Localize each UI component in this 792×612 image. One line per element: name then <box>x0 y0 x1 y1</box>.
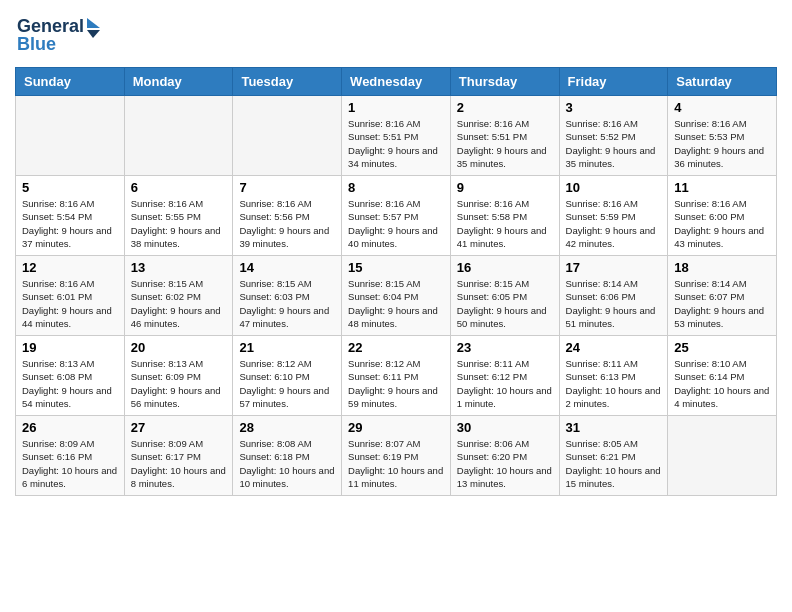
day-info: Sunrise: 8:09 AM Sunset: 6:16 PM Dayligh… <box>22 437 118 490</box>
day-info: Sunrise: 8:12 AM Sunset: 6:11 PM Dayligh… <box>348 357 444 410</box>
weekday-header-friday: Friday <box>559 68 668 96</box>
day-info: Sunrise: 8:15 AM Sunset: 6:04 PM Dayligh… <box>348 277 444 330</box>
day-number: 1 <box>348 100 444 115</box>
day-info: Sunrise: 8:10 AM Sunset: 6:14 PM Dayligh… <box>674 357 770 410</box>
calendar-cell: 3Sunrise: 8:16 AM Sunset: 5:52 PM Daylig… <box>559 96 668 176</box>
day-number: 22 <box>348 340 444 355</box>
day-number: 16 <box>457 260 553 275</box>
day-info: Sunrise: 8:16 AM Sunset: 5:57 PM Dayligh… <box>348 197 444 250</box>
calendar-table: SundayMondayTuesdayWednesdayThursdayFrid… <box>15 67 777 496</box>
day-info: Sunrise: 8:16 AM Sunset: 5:51 PM Dayligh… <box>457 117 553 170</box>
day-number: 24 <box>566 340 662 355</box>
svg-text:Blue: Blue <box>17 34 56 54</box>
calendar-cell: 28Sunrise: 8:08 AM Sunset: 6:18 PM Dayli… <box>233 416 342 496</box>
calendar-cell: 15Sunrise: 8:15 AM Sunset: 6:04 PM Dayli… <box>342 256 451 336</box>
day-number: 31 <box>566 420 662 435</box>
header: General Blue <box>15 10 777 59</box>
calendar-cell <box>668 416 777 496</box>
calendar-week-4: 19Sunrise: 8:13 AM Sunset: 6:08 PM Dayli… <box>16 336 777 416</box>
day-info: Sunrise: 8:16 AM Sunset: 5:58 PM Dayligh… <box>457 197 553 250</box>
calendar-cell: 22Sunrise: 8:12 AM Sunset: 6:11 PM Dayli… <box>342 336 451 416</box>
calendar-week-1: 1Sunrise: 8:16 AM Sunset: 5:51 PM Daylig… <box>16 96 777 176</box>
calendar-cell: 23Sunrise: 8:11 AM Sunset: 6:12 PM Dayli… <box>450 336 559 416</box>
day-info: Sunrise: 8:14 AM Sunset: 6:06 PM Dayligh… <box>566 277 662 330</box>
day-info: Sunrise: 8:16 AM Sunset: 5:59 PM Dayligh… <box>566 197 662 250</box>
day-number: 21 <box>239 340 335 355</box>
day-info: Sunrise: 8:16 AM Sunset: 5:51 PM Dayligh… <box>348 117 444 170</box>
day-number: 12 <box>22 260 118 275</box>
logo-icon: General Blue <box>15 10 105 55</box>
svg-text:General: General <box>17 16 84 36</box>
day-number: 7 <box>239 180 335 195</box>
weekday-header-sunday: Sunday <box>16 68 125 96</box>
day-info: Sunrise: 8:11 AM Sunset: 6:12 PM Dayligh… <box>457 357 553 410</box>
calendar-cell <box>124 96 233 176</box>
calendar-cell: 16Sunrise: 8:15 AM Sunset: 6:05 PM Dayli… <box>450 256 559 336</box>
calendar-cell: 25Sunrise: 8:10 AM Sunset: 6:14 PM Dayli… <box>668 336 777 416</box>
day-number: 13 <box>131 260 227 275</box>
weekday-header-wednesday: Wednesday <box>342 68 451 96</box>
day-info: Sunrise: 8:15 AM Sunset: 6:03 PM Dayligh… <box>239 277 335 330</box>
day-number: 5 <box>22 180 118 195</box>
day-number: 3 <box>566 100 662 115</box>
svg-marker-3 <box>87 30 100 38</box>
day-number: 25 <box>674 340 770 355</box>
page-container: General Blue SundayMondayTuesdayWednesda… <box>0 0 792 506</box>
day-info: Sunrise: 8:16 AM Sunset: 5:53 PM Dayligh… <box>674 117 770 170</box>
calendar-cell <box>16 96 125 176</box>
weekday-header-monday: Monday <box>124 68 233 96</box>
day-number: 30 <box>457 420 553 435</box>
day-number: 11 <box>674 180 770 195</box>
day-info: Sunrise: 8:11 AM Sunset: 6:13 PM Dayligh… <box>566 357 662 410</box>
day-info: Sunrise: 8:16 AM Sunset: 5:56 PM Dayligh… <box>239 197 335 250</box>
day-info: Sunrise: 8:07 AM Sunset: 6:19 PM Dayligh… <box>348 437 444 490</box>
calendar-week-3: 12Sunrise: 8:16 AM Sunset: 6:01 PM Dayli… <box>16 256 777 336</box>
day-number: 27 <box>131 420 227 435</box>
weekday-header-saturday: Saturday <box>668 68 777 96</box>
calendar-cell: 4Sunrise: 8:16 AM Sunset: 5:53 PM Daylig… <box>668 96 777 176</box>
day-info: Sunrise: 8:16 AM Sunset: 5:55 PM Dayligh… <box>131 197 227 250</box>
calendar-cell: 1Sunrise: 8:16 AM Sunset: 5:51 PM Daylig… <box>342 96 451 176</box>
day-info: Sunrise: 8:16 AM Sunset: 5:52 PM Dayligh… <box>566 117 662 170</box>
svg-marker-2 <box>87 18 100 28</box>
calendar-cell: 21Sunrise: 8:12 AM Sunset: 6:10 PM Dayli… <box>233 336 342 416</box>
calendar-cell: 5Sunrise: 8:16 AM Sunset: 5:54 PM Daylig… <box>16 176 125 256</box>
calendar-cell: 2Sunrise: 8:16 AM Sunset: 5:51 PM Daylig… <box>450 96 559 176</box>
calendar-cell: 7Sunrise: 8:16 AM Sunset: 5:56 PM Daylig… <box>233 176 342 256</box>
day-info: Sunrise: 8:08 AM Sunset: 6:18 PM Dayligh… <box>239 437 335 490</box>
day-number: 17 <box>566 260 662 275</box>
calendar-cell: 11Sunrise: 8:16 AM Sunset: 6:00 PM Dayli… <box>668 176 777 256</box>
calendar-cell: 6Sunrise: 8:16 AM Sunset: 5:55 PM Daylig… <box>124 176 233 256</box>
calendar-cell: 26Sunrise: 8:09 AM Sunset: 6:16 PM Dayli… <box>16 416 125 496</box>
weekday-header-thursday: Thursday <box>450 68 559 96</box>
day-number: 14 <box>239 260 335 275</box>
calendar-cell: 8Sunrise: 8:16 AM Sunset: 5:57 PM Daylig… <box>342 176 451 256</box>
day-number: 8 <box>348 180 444 195</box>
day-info: Sunrise: 8:15 AM Sunset: 6:02 PM Dayligh… <box>131 277 227 330</box>
calendar-cell: 27Sunrise: 8:09 AM Sunset: 6:17 PM Dayli… <box>124 416 233 496</box>
day-number: 9 <box>457 180 553 195</box>
calendar-cell: 12Sunrise: 8:16 AM Sunset: 6:01 PM Dayli… <box>16 256 125 336</box>
day-info: Sunrise: 8:12 AM Sunset: 6:10 PM Dayligh… <box>239 357 335 410</box>
calendar-cell: 20Sunrise: 8:13 AM Sunset: 6:09 PM Dayli… <box>124 336 233 416</box>
calendar-cell <box>233 96 342 176</box>
day-number: 2 <box>457 100 553 115</box>
day-number: 28 <box>239 420 335 435</box>
calendar-cell: 31Sunrise: 8:05 AM Sunset: 6:21 PM Dayli… <box>559 416 668 496</box>
logo: General Blue <box>15 10 105 59</box>
day-info: Sunrise: 8:13 AM Sunset: 6:08 PM Dayligh… <box>22 357 118 410</box>
day-number: 18 <box>674 260 770 275</box>
calendar-cell: 14Sunrise: 8:15 AM Sunset: 6:03 PM Dayli… <box>233 256 342 336</box>
calendar-cell: 30Sunrise: 8:06 AM Sunset: 6:20 PM Dayli… <box>450 416 559 496</box>
day-info: Sunrise: 8:16 AM Sunset: 5:54 PM Dayligh… <box>22 197 118 250</box>
day-info: Sunrise: 8:05 AM Sunset: 6:21 PM Dayligh… <box>566 437 662 490</box>
calendar-cell: 29Sunrise: 8:07 AM Sunset: 6:19 PM Dayli… <box>342 416 451 496</box>
calendar-cell: 9Sunrise: 8:16 AM Sunset: 5:58 PM Daylig… <box>450 176 559 256</box>
day-number: 20 <box>131 340 227 355</box>
day-info: Sunrise: 8:13 AM Sunset: 6:09 PM Dayligh… <box>131 357 227 410</box>
day-info: Sunrise: 8:14 AM Sunset: 6:07 PM Dayligh… <box>674 277 770 330</box>
day-number: 19 <box>22 340 118 355</box>
calendar-week-5: 26Sunrise: 8:09 AM Sunset: 6:16 PM Dayli… <box>16 416 777 496</box>
day-number: 6 <box>131 180 227 195</box>
calendar-cell: 24Sunrise: 8:11 AM Sunset: 6:13 PM Dayli… <box>559 336 668 416</box>
